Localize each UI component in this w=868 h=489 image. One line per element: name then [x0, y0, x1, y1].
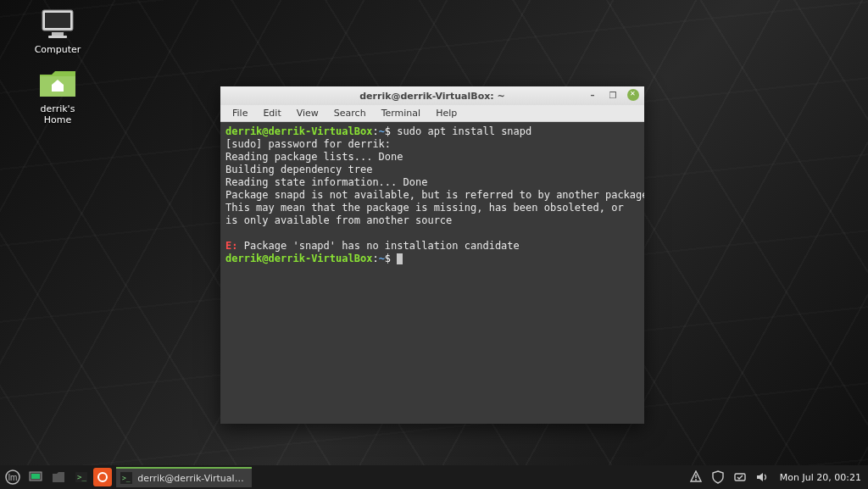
term-path: ~: [379, 253, 385, 264]
term-command: sudo apt install snapd: [391, 125, 531, 137]
updates-tray-icon[interactable]: [688, 470, 704, 485]
svg-rect-1: [45, 13, 70, 28]
svg-rect-2: [52, 32, 64, 36]
svg-rect-7: [31, 474, 40, 479]
svg-text:>_: >_: [122, 475, 131, 482]
menu-edit[interactable]: Edit: [256, 106, 287, 120]
shield-tray-icon[interactable]: [710, 470, 726, 485]
window-titlebar[interactable]: derrik@derrik-VirtualBox: ~ – ❐: [220, 86, 644, 105]
desktop-icon-label: Computer: [25, 44, 90, 55]
svg-rect-3: [48, 36, 67, 38]
start-menu-button[interactable]: lm: [2, 467, 24, 487]
desktop-icon-home[interactable]: derrik's Home: [25, 66, 90, 125]
term-userhost: derrik@derrik-VirtualBox: [225, 253, 372, 264]
svg-point-10: [98, 473, 107, 481]
term-error-prefix: E:: [225, 240, 237, 252]
taskbar-clock[interactable]: Mon Jul 20, 00:21: [776, 472, 861, 483]
window-menubar: File Edit View Search Terminal Help: [220, 105, 644, 122]
svg-rect-14: [735, 474, 745, 481]
window-title: derrik@derrik-VirtualBox: ~: [359, 91, 505, 102]
terminal-cursor: [397, 253, 403, 264]
desktop-icon-label: derrik's Home: [25, 103, 90, 125]
volume-tray-icon[interactable]: [754, 470, 770, 485]
term-line: Building dependency tree: [225, 164, 372, 175]
term-error-msg: Package 'snapd' has no installation cand…: [237, 240, 519, 252]
update-manager-launcher[interactable]: [93, 468, 112, 486]
svg-text:>_: >_: [77, 473, 86, 481]
menu-view[interactable]: View: [290, 106, 326, 120]
taskbar-item-label: derrik@derrik-VirtualB...: [137, 473, 245, 484]
term-userhost: derrik@derrik-VirtualBox: [225, 125, 372, 137]
terminal-window: derrik@derrik-VirtualBox: ~ – ❐ File Edi…: [220, 86, 644, 424]
menu-search[interactable]: Search: [327, 106, 373, 120]
computer-icon: [37, 7, 78, 41]
term-line: Reading state information... Done: [225, 176, 427, 188]
menu-help[interactable]: Help: [429, 106, 464, 120]
term-line: [sudo] password for derrik:: [225, 138, 391, 150]
term-path: ~: [379, 125, 385, 137]
network-tray-icon[interactable]: [732, 470, 748, 485]
term-line: Reading package lists... Done: [225, 151, 403, 163]
taskbar-item-terminal[interactable]: >_ derrik@derrik-VirtualB...: [116, 467, 252, 487]
window-maximize-button[interactable]: ❐: [607, 89, 619, 101]
desktop-icon-computer[interactable]: Computer: [25, 7, 90, 55]
menu-file[interactable]: File: [225, 106, 254, 120]
term-line: Package snapd is not available, but is r…: [225, 189, 644, 201]
show-desktop-button[interactable]: [25, 467, 47, 487]
home-folder-icon: [37, 66, 78, 100]
term-line: is only available from another source: [225, 214, 452, 226]
svg-point-13: [695, 479, 697, 481]
file-manager-launcher[interactable]: [47, 467, 70, 487]
window-minimize-button[interactable]: –: [587, 89, 598, 101]
menu-terminal[interactable]: Terminal: [375, 106, 428, 120]
term-line: This may mean that the package is missin…: [225, 202, 624, 214]
terminal-output[interactable]: derrik@derrik-VirtualBox:~$ sudo apt ins…: [220, 122, 644, 424]
taskbar: lm >_ >_ derrik@derrik-VirtualB...: [0, 465, 868, 489]
terminal-icon: >_: [120, 471, 132, 485]
window-close-button[interactable]: [627, 89, 639, 101]
svg-text:lm: lm: [8, 473, 18, 482]
terminal-launcher[interactable]: >_: [70, 467, 92, 487]
